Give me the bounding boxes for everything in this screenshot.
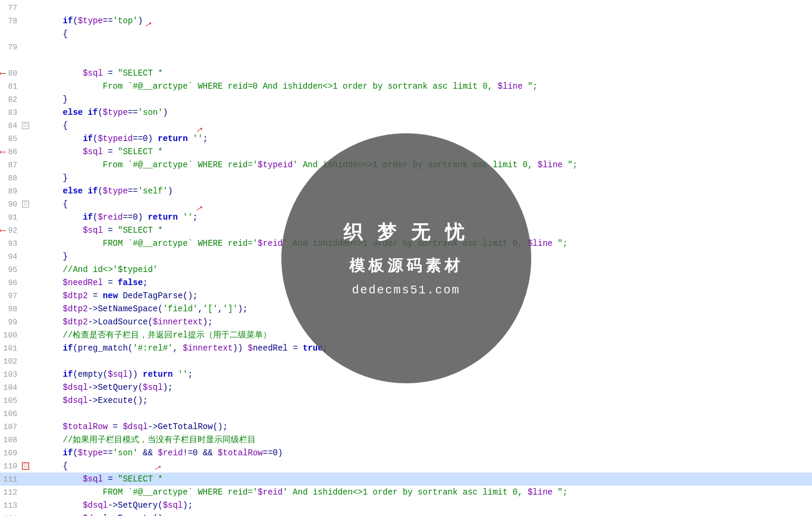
line-content: {	[36, 119, 812, 132]
line-content: //检查是否有子栏目，并返回rel提示（用于二级菜单）	[36, 329, 812, 342]
table-row: 87 From `#@__arctype` WHERE reid='$typei…	[0, 158, 812, 171]
line-number: 99	[0, 318, 21, 327]
table-row: 109 if($type=='son' && $reid!=0 && $tota…	[0, 446, 812, 459]
gutter: 86	[0, 145, 36, 158]
gutter: 82	[0, 93, 36, 106]
table-row: → 91 if($reid==0) return '';	[0, 211, 812, 224]
line-number: 81	[0, 82, 21, 91]
table-row: 95 //And id<>'$typeid'	[0, 263, 812, 276]
gutter: 87	[0, 158, 36, 171]
line-number: 85	[0, 135, 21, 143]
line-number: 98	[0, 305, 21, 314]
line-number: 90	[0, 200, 21, 209]
table-row: 98 $dtp2->SetNameSpace('field','[',']');	[0, 302, 812, 315]
gutter: 100	[0, 329, 36, 342]
table-row: 79 { →	[0, 27, 812, 67]
table-row: 89 else if($type=='self')	[0, 184, 812, 198]
line-content: $dsql->Execute();	[36, 512, 812, 516]
line-content: }	[36, 250, 812, 263]
line-number: 106	[0, 409, 21, 418]
line-content: { →	[36, 27, 812, 67]
gutter: 102	[0, 355, 36, 368]
fold-icon-110[interactable]: □	[22, 462, 29, 470]
line-number: 112	[0, 488, 21, 497]
fold-icon-90[interactable]: □	[22, 201, 29, 208]
line-number: 114	[0, 514, 21, 517]
line-number: 113	[0, 501, 21, 510]
line-number: 87	[0, 161, 21, 170]
table-row: 96 $needRel = false;	[0, 276, 812, 289]
fold-icon-84[interactable]: □	[22, 122, 29, 129]
line-number: 95	[0, 265, 21, 274]
gutter: 104	[0, 381, 36, 394]
line-number: 110	[0, 462, 21, 471]
gutter: 81	[0, 80, 36, 93]
line-content	[36, 1, 812, 14]
line-content: $sql = "SELECT *	[36, 145, 812, 158]
line-number: 101	[0, 344, 21, 353]
line-content: if($reid==0) return '';	[36, 211, 812, 224]
line-number: 93	[0, 239, 21, 248]
line-content: FROM `#@__arctype` WHERE reid='$reid' An…	[36, 486, 812, 499]
gutter: 114	[0, 512, 36, 516]
line-number: 105	[0, 396, 21, 405]
line-content: $dsql->SetQuery($sql);	[36, 499, 812, 512]
gutter: 88	[0, 171, 36, 184]
line-content: $needRel = false;	[36, 276, 812, 289]
table-row: 114 $dsql->Execute();	[0, 512, 812, 516]
line-number: 88	[0, 174, 21, 183]
gutter: 98	[0, 302, 36, 315]
table-row: 112 FROM `#@__arctype` WHERE reid='$reid…	[0, 486, 812, 499]
line-number: 96	[0, 279, 21, 287]
gutter: 85	[0, 132, 36, 145]
table-row: 101 if(preg_match('#:rel#', $innertext))…	[0, 342, 812, 355]
code-container: 77 78 if($type=='top') 79	[0, 0, 812, 516]
line-content: $dtp2->LoadSource($innertext);	[36, 315, 812, 329]
table-row: 105 $dsql->Execute();	[0, 394, 812, 407]
table-row: 104 $dsql->SetQuery($sql);	[0, 381, 812, 394]
gutter: 113	[0, 499, 36, 512]
line-number: 91	[0, 213, 21, 222]
table-row: 110 □ { →	[0, 459, 812, 473]
line-content: From `#@__arctype` WHERE reid=0 And ishi…	[36, 80, 812, 93]
line-number: 103	[0, 370, 21, 379]
gutter: 83	[0, 106, 36, 119]
line-content	[36, 407, 812, 420]
table-row: 93 FROM `#@__arctype` WHERE reid='$reid'…	[0, 237, 812, 250]
gutter: 79	[0, 27, 36, 67]
line-number: 89	[0, 187, 21, 196]
line-number: 78	[0, 17, 21, 26]
gutter: 95	[0, 263, 36, 276]
line-content: $sql = "SELECT *	[36, 67, 812, 80]
line-content: if($type=='son' && $reid!=0 && $totalRow…	[36, 446, 812, 459]
table-row: 94 }	[0, 250, 812, 263]
line-content: $dsql->SetQuery($sql);	[36, 381, 812, 394]
line-content: else if($type=='son')	[36, 106, 812, 119]
line-number: 80	[0, 69, 21, 78]
line-content: }	[36, 171, 812, 184]
line-content: else if($type=='self')	[36, 184, 812, 198]
line-number: 79	[0, 43, 21, 52]
gutter: 89	[0, 184, 36, 198]
line-number: 82	[0, 95, 21, 104]
line-content: From `#@__arctype` WHERE reid='$typeid' …	[36, 158, 812, 171]
line-content: if($typeid==0) return '';	[36, 132, 812, 145]
gutter: 84 □	[0, 119, 36, 132]
line-content: $sql = "SELECT *	[36, 473, 812, 486]
gutter: 77	[0, 1, 36, 14]
line-content: FROM `#@__arctype` WHERE reid='$reid' An…	[36, 237, 812, 250]
table-row: → 85 if($typeid==0) return '';	[0, 132, 812, 145]
gutter: 96	[0, 276, 36, 289]
gutter: 94	[0, 250, 36, 263]
line-number: 84	[0, 121, 21, 130]
line-number: 108	[0, 436, 21, 445]
table-row: 106	[0, 407, 812, 420]
table-row: 102	[0, 355, 812, 368]
gutter: 90 □	[0, 198, 36, 211]
gutter: 78	[0, 14, 36, 27]
gutter: 109	[0, 446, 36, 459]
table-row: 107 $totalRow = $dsql->GetTotalRow();	[0, 420, 812, 433]
gutter: 80	[0, 67, 36, 80]
table-row: ← 86 $sql = "SELECT *	[0, 145, 812, 158]
line-number: 77	[0, 4, 21, 12]
